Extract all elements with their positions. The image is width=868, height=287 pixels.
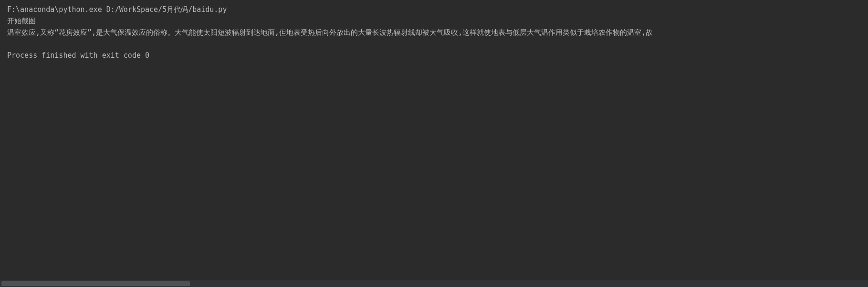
horizontal-scrollbar-track[interactable] xyxy=(0,280,868,287)
console-output[interactable]: F:\anaconda\python.exe D:/WorkSpace/5月代码… xyxy=(0,0,868,279)
console-line-command: F:\anaconda\python.exe D:/WorkSpace/5月代码… xyxy=(7,4,861,15)
horizontal-scrollbar-thumb[interactable] xyxy=(1,281,190,286)
console-exit-message: Process finished with exit code 0 xyxy=(7,50,861,61)
console-line-output-1: 开始截图 xyxy=(7,15,861,27)
console-line-output-2: 温室效应,又称“花房效应”,是大气保温效应的俗称。大气能使太阳短波辐射到达地面,… xyxy=(7,27,861,38)
console-blank-line xyxy=(7,38,861,50)
